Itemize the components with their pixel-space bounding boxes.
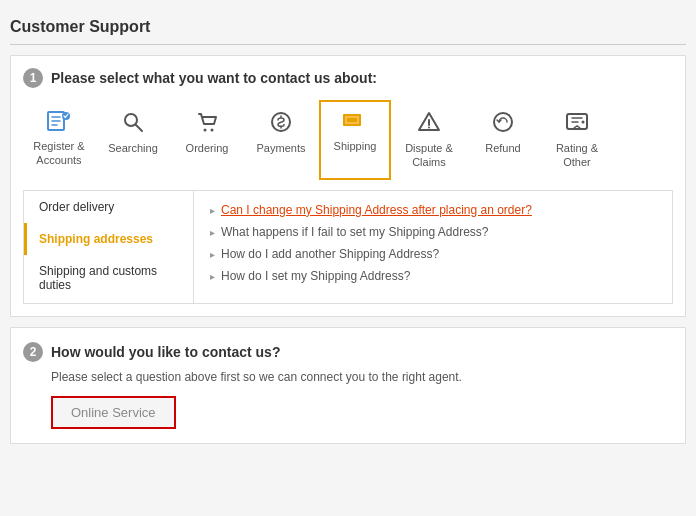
faq-bullet-4: ▸ (210, 271, 215, 282)
left-panel-order-delivery[interactable]: Order delivery (24, 191, 193, 223)
content-area: Order delivery Shipping addresses Shippi… (23, 190, 673, 304)
category-ordering[interactable]: Ordering (171, 100, 243, 180)
section1-number: 1 (23, 68, 43, 88)
faq-item-2: ▸ What happens if I fail to set my Shipp… (210, 225, 656, 239)
dispute-icon (416, 110, 442, 137)
category-shipping-label: Shipping (334, 139, 377, 153)
category-payments[interactable]: Payments (245, 100, 317, 180)
faq-bullet-2: ▸ (210, 227, 215, 238)
rating-icon (564, 110, 590, 137)
category-payments-label: Payments (257, 141, 306, 155)
svg-point-4 (204, 129, 207, 132)
category-ordering-label: Ordering (186, 141, 229, 155)
left-panel-shipping-addresses[interactable]: Shipping addresses (24, 223, 193, 255)
svg-line-3 (136, 125, 142, 131)
section2-description: Please select a question above first so … (51, 370, 673, 384)
category-refund[interactable]: Refund (467, 100, 539, 180)
category-dispute-label: Dispute &Claims (405, 141, 453, 170)
category-dispute[interactable]: Dispute &Claims (393, 100, 465, 180)
faq-text-4: How do I set my Shipping Address? (221, 269, 410, 283)
category-shipping[interactable]: Shipping (319, 100, 391, 180)
faq-bullet-3: ▸ (210, 249, 215, 260)
faq-item-1: ▸ Can I change my Shipping Address after… (210, 203, 656, 217)
faq-text-2: What happens if I fail to set my Shippin… (221, 225, 488, 239)
svg-rect-9 (347, 118, 357, 122)
svg-point-5 (211, 129, 214, 132)
left-panel-shipping-customs[interactable]: Shipping and customs duties (24, 255, 193, 301)
category-register-label: Register &Accounts (33, 139, 84, 168)
section2-title: How would you like to contact us? (51, 344, 280, 360)
faq-link-1[interactable]: Can I change my Shipping Address after p… (221, 203, 532, 217)
faq-item-3: ▸ How do I add another Shipping Address? (210, 247, 656, 261)
search-icon (121, 110, 145, 137)
page-title: Customer Support (10, 10, 686, 45)
faq-bullet-1: ▸ (210, 205, 215, 216)
section2: 2 How would you like to contact us? Plea… (10, 327, 686, 444)
svg-point-2 (125, 114, 137, 126)
category-rating-label: Rating &Other (556, 141, 598, 170)
category-searching-label: Searching (108, 141, 158, 155)
online-service-button[interactable]: Online Service (51, 396, 176, 429)
payments-icon (268, 110, 294, 137)
section2-header: 2 How would you like to contact us? (23, 342, 673, 362)
svg-point-11 (428, 127, 430, 129)
svg-point-14 (582, 121, 585, 124)
category-refund-label: Refund (485, 141, 520, 155)
categories-list: Register &Accounts Searching Ordering (23, 100, 673, 180)
faq-item-4: ▸ How do I set my Shipping Address? (210, 269, 656, 283)
section2-number: 2 (23, 342, 43, 362)
category-searching[interactable]: Searching (97, 100, 169, 180)
left-panel: Order delivery Shipping addresses Shippi… (24, 191, 194, 303)
category-rating[interactable]: Rating &Other (541, 100, 613, 180)
section1-title: Please select what you want to contact u… (51, 70, 377, 86)
refund-icon (490, 110, 516, 137)
category-register[interactable]: Register &Accounts (23, 100, 95, 180)
shipping-icon (341, 110, 369, 135)
faq-text-3: How do I add another Shipping Address? (221, 247, 439, 261)
svg-point-12 (494, 113, 512, 131)
register-icon (46, 110, 72, 135)
right-panel: ▸ Can I change my Shipping Address after… (194, 191, 672, 303)
ordering-icon (195, 110, 219, 137)
